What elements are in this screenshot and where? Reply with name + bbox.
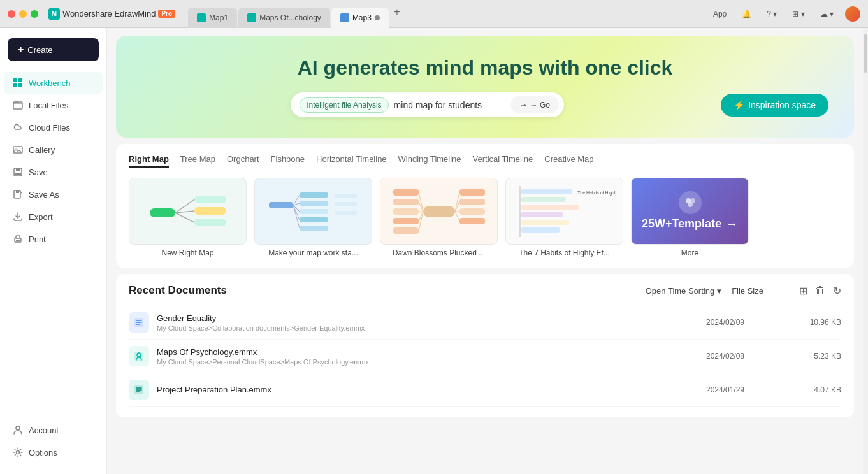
options-icon [13,447,23,457]
sidebar-item-gallery[interactable]: Gallery [4,139,103,161]
doc-row[interactable]: Maps Of Psychology.emmx My Cloud Space>P… [129,340,841,373]
map-card-new-right-map[interactable]: New Right Map [129,178,247,257]
hero-search: Intelligent file Analysis → → Go [291,92,564,117]
sidebar-item-export[interactable]: Export [4,206,103,227]
doc-info-gender-equality: Gender Equality My Cloud Space>Collabora… [157,313,673,332]
close-button[interactable] [8,10,15,18]
scrollbar-thumb[interactable] [864,34,867,73]
svg-rect-27 [300,217,328,222]
window-controls[interactable] [8,10,38,18]
inspiration-button[interactable]: ⚡ Inspiration space [721,94,828,117]
go-button[interactable]: → → Go [510,96,559,113]
tab-maps-psychology[interactable]: Maps Of...chology [238,8,330,28]
create-button[interactable]: + Create [8,38,99,61]
save-as-icon [13,189,23,199]
grid-button[interactable]: ⊞ ▾ [788,8,808,20]
svg-rect-9 [15,173,21,175]
help-button[interactable]: ? ▾ [763,8,781,20]
svg-rect-0 [13,78,17,82]
doc-row[interactable]: Project Preparation Plan.emmx 2024/01/29… [129,373,841,407]
sidebar-item-print[interactable]: Print [4,228,103,250]
map-card-more[interactable]: 25W+Template → More [631,178,749,257]
scrollbar-track[interactable] [863,28,868,474]
app-body: + Create Workbench [0,28,868,474]
minimize-button[interactable] [19,10,27,18]
list-view-icon[interactable]: ⊞ [799,285,807,297]
svg-rect-28 [300,226,328,231]
recent-title: Recent Documents [129,284,227,297]
search-tag[interactable]: Intelligent file Analysis [300,97,388,113]
doc-size-gender-equality: 10.96 KB [778,318,841,327]
recent-header: Recent Documents Open Time Sorting ▾ Fil… [129,284,841,297]
svg-rect-58 [521,197,566,202]
svg-line-52 [455,192,459,212]
app-name: Wondershare EdrawMind [62,9,156,18]
svg-rect-41 [393,218,419,224]
plus-icon: + [18,44,24,55]
tab-label-map3: Map3 [352,13,372,22]
svg-rect-46 [459,218,485,224]
svg-rect-45 [459,208,485,215]
cloud-button[interactable]: ☁ ▾ [816,8,837,20]
sidebar-label-gallery: Gallery [29,145,55,155]
sort-button[interactable]: Open Time Sorting ▾ [646,286,721,296]
svg-rect-60 [521,212,563,217]
map-tab-right-map[interactable]: Right Map [129,154,169,168]
svg-rect-42 [393,227,419,234]
app-logo: M Wondershare EdrawMind Pro [48,8,175,20]
svg-rect-29 [335,194,357,198]
template-count-text: 25W+Template [642,217,721,231]
sidebar-item-save[interactable]: Save [4,161,103,183]
tab-map1[interactable]: Map1 [188,8,237,28]
map-card-work-sta[interactable]: Make your map work sta... [254,178,372,257]
user-avatar[interactable] [845,6,860,22]
map-tab-vertical-timeline[interactable]: Vertical Timeline [473,154,533,168]
svg-point-15 [17,451,20,454]
svg-line-55 [455,212,459,221]
recent-controls: Open Time Sorting ▾ File Size ⊞ 🗑 ↻ [646,285,841,297]
doc-list: Gender Equality My Cloud Space>Collabora… [129,306,841,407]
tab-icon-map3 [340,13,349,22]
svg-rect-39 [393,199,419,205]
maximize-button[interactable] [31,10,38,18]
svg-rect-2 [13,83,17,87]
local-files-icon [13,100,23,110]
map-tab-creative-map[interactable]: Creative Map [544,154,593,168]
sidebar-item-account[interactable]: Account [4,419,103,441]
recent-section: Recent Documents Open Time Sorting ▾ Fil… [116,274,854,417]
map-tab-horizontal-timeline[interactable]: Horizontal Timeline [316,154,387,168]
map-tab-winding-timeline[interactable]: Winding Timeline [398,154,461,168]
svg-line-53 [455,202,459,212]
map-card-7-habits[interactable]: The Habits of Highly The 7 Habits of Hig… [505,178,623,257]
svg-line-47 [419,192,423,212]
delete-icon[interactable]: 🗑 [815,285,825,297]
map-card-dawn-blossoms[interactable]: Dawn Blossoms Plucked ... [380,178,498,257]
map-card-label-7-habits: The 7 Habits of Highly Ef... [505,248,623,257]
hero-search-wrap: Intelligent file Analysis → → Go ⚡ Inspi… [141,92,828,117]
doc-info-maps-psychology: Maps Of Psychology.emmx My Cloud Space>P… [157,347,673,366]
map-tab-fishbone[interactable]: Fishbone [271,154,305,168]
sidebar-item-cloud-files[interactable]: Cloud Files [4,117,103,138]
add-tab-button[interactable]: + [390,5,404,19]
doc-name-maps-psychology: Maps Of Psychology.emmx [157,347,673,357]
hero-banner: AI generates mind maps with one click In… [116,36,854,138]
svg-rect-62 [521,227,560,233]
notifications-button[interactable]: 🔔 [738,8,755,20]
gallery-icon [13,145,23,155]
tab-map3[interactable]: Map3 [331,8,389,28]
sidebar-item-local-files[interactable]: Local Files [4,94,103,116]
svg-rect-38 [393,189,419,196]
sidebar-label-local-files: Local Files [29,101,68,110]
refresh-icon[interactable]: ↻ [833,285,841,297]
doc-row[interactable]: Gender Equality My Cloud Space>Collabora… [129,306,841,340]
doc-size-maps-psychology: 5.23 KB [778,352,841,361]
svg-rect-61 [521,220,569,225]
sidebar-item-options[interactable]: Options [4,442,103,463]
app-button[interactable]: App [709,8,730,20]
map-tab-tree-map[interactable]: Tree Map [180,154,215,168]
search-input[interactable] [394,100,505,110]
sidebar-item-workbench[interactable]: Workbench [4,72,103,94]
sidebar-label-save: Save [29,168,48,177]
sidebar-item-save-as[interactable]: Save As [4,183,103,205]
map-tab-orgchart[interactable]: Orgchart [227,154,259,168]
